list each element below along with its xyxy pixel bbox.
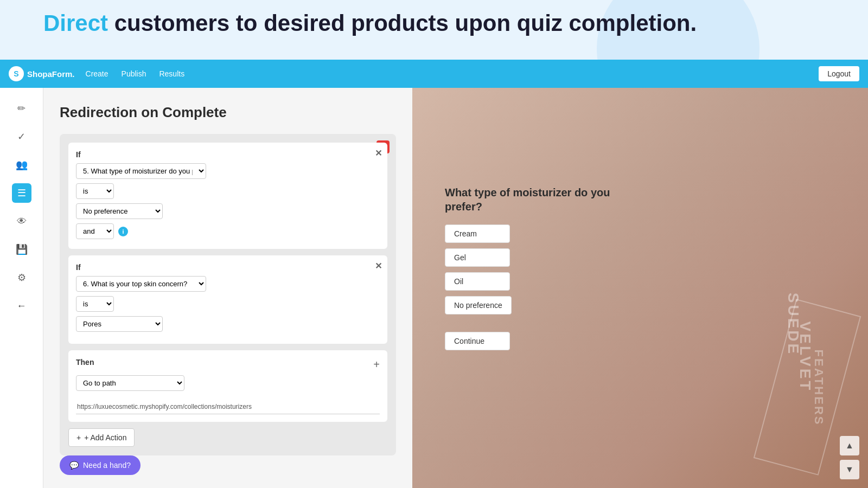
- preview-background: SUEDE VELVET FEATHERS What type of moist…: [412, 88, 868, 488]
- condition-block-2: ✕ If 6. What is your top skin concern? i…: [68, 255, 387, 344]
- preview-panel: SUEDE VELVET FEATHERS What type of moist…: [412, 88, 868, 488]
- scroll-down-button[interactable]: ▼: [840, 460, 859, 479]
- question-select-1[interactable]: 5. What type of moisturizer do you prefe…: [76, 163, 206, 179]
- then-label: Then: [76, 358, 94, 367]
- quiz-option-gel[interactable]: Gel: [445, 248, 510, 267]
- hero-highlight: Direct: [43, 10, 108, 36]
- help-label: Need a hand?: [83, 461, 131, 470]
- main-content: Redirection on Complete ✕ ✕ If 5. What t…: [43, 88, 412, 488]
- quiz-preview-card: What type of moisturizer do you prefer? …: [445, 185, 629, 350]
- nav-links: Create Publish Results: [86, 69, 185, 78]
- operator-select-1[interactable]: is: [76, 183, 114, 199]
- answer-select-row-1: No preference: [76, 203, 380, 219]
- logo-icon: S: [9, 66, 24, 81]
- logo-text: ShopaForm.: [27, 69, 75, 79]
- operator-select-2[interactable]: is: [76, 296, 114, 312]
- condition-block-1-close[interactable]: ✕: [375, 148, 382, 158]
- help-button[interactable]: 💬 Need a hand?: [60, 455, 141, 475]
- quiz-option-oil[interactable]: Oil: [445, 272, 510, 291]
- if-label-1: If: [76, 150, 380, 159]
- nav-create[interactable]: Create: [86, 69, 108, 78]
- nav-logo: S ShopaForm.: [9, 66, 75, 81]
- operator-select-row-2: is: [76, 296, 380, 312]
- help-icon: 💬: [69, 461, 79, 470]
- action-select-row: Go to path: [76, 375, 380, 391]
- url-input[interactable]: [76, 400, 380, 414]
- scroll-up-button[interactable]: ▲: [840, 436, 859, 455]
- nav-results[interactable]: Results: [159, 69, 184, 78]
- and-row: and i: [76, 223, 380, 239]
- sidebar-icon-back[interactable]: ←: [12, 296, 31, 316]
- answer-select-1[interactable]: No preference: [76, 203, 163, 219]
- quiz-option-no-preference[interactable]: No preference: [445, 296, 512, 314]
- condition-block-2-close[interactable]: ✕: [375, 261, 382, 271]
- question-select-row-1: 5. What type of moisturizer do you prefe…: [76, 163, 380, 179]
- add-action-plus: +: [76, 433, 81, 442]
- condition-card: ✕ ✕ If 5. What type of moisturizer do yo…: [60, 134, 396, 455]
- page-title: Redirection on Complete: [60, 104, 396, 121]
- quiz-question: What type of moisturizer do you prefer?: [445, 185, 629, 214]
- add-action-label: + Add Action: [84, 433, 126, 442]
- condition-block-1: ✕ If 5. What type of moisturizer do you …: [68, 143, 387, 249]
- sidebar: ✏ ✓ 👥 ☰ 👁 💾 ⚙ ←: [0, 88, 43, 488]
- add-action-button[interactable]: + + Add Action: [68, 428, 135, 447]
- hero-title: Direct customers to desired products upo…: [43, 10, 697, 37]
- sidebar-icon-pencil[interactable]: ✏: [12, 99, 31, 118]
- then-plus-button[interactable]: +: [373, 358, 380, 371]
- sidebar-icon-eye[interactable]: 👁: [12, 211, 31, 231]
- question-select-2[interactable]: 6. What is your top skin concern?: [76, 276, 206, 292]
- deco-text-3: FEATHERS: [812, 350, 826, 426]
- logout-button[interactable]: Logout: [819, 66, 859, 81]
- then-block: Then + Go to path: [68, 350, 387, 422]
- sidebar-icon-list[interactable]: ☰: [12, 183, 31, 203]
- sidebar-icon-users[interactable]: 👥: [12, 155, 31, 175]
- connector-select[interactable]: and: [76, 223, 114, 239]
- nav-publish[interactable]: Publish: [122, 69, 146, 78]
- answer-select-2[interactable]: Pores: [76, 316, 163, 332]
- question-select-row-2: 6. What is your top skin concern?: [76, 276, 380, 292]
- answer-select-row-2: Pores: [76, 316, 380, 332]
- quiz-continue-button[interactable]: Continue: [445, 332, 510, 350]
- navbar: S ShopaForm. Create Publish Results Logo…: [0, 60, 868, 88]
- sidebar-icon-gear[interactable]: ⚙: [12, 268, 31, 287]
- info-icon[interactable]: i: [118, 227, 128, 236]
- if-label-2: If: [76, 263, 380, 272]
- quiz-option-cream[interactable]: Cream: [445, 224, 510, 243]
- sidebar-icon-save[interactable]: 💾: [12, 240, 31, 259]
- operator-select-row-1: is: [76, 183, 380, 199]
- sidebar-icon-check[interactable]: ✓: [12, 127, 31, 146]
- action-select[interactable]: Go to path: [76, 375, 184, 391]
